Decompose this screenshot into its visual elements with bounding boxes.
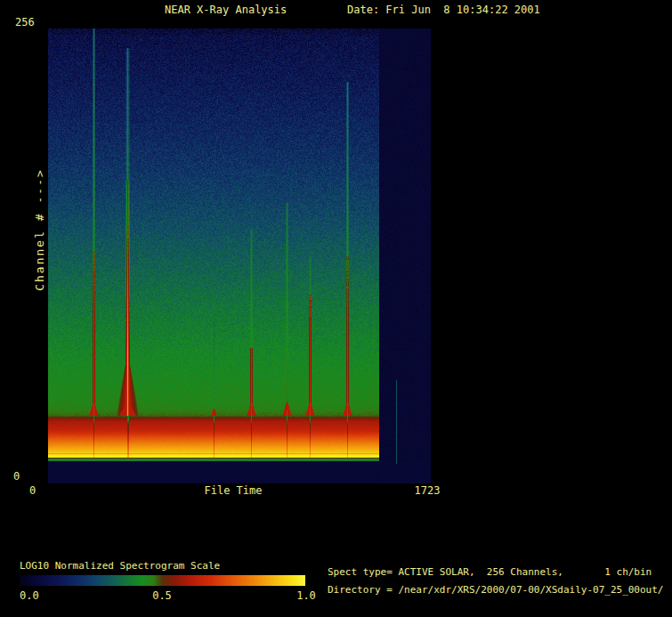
colorbar-gradient — [20, 575, 305, 586]
near-xray-analysis-window: NEAR X-Ray Analysis Date: Fri Jun 8 10:3… — [0, 0, 672, 617]
colorbar-tick-max: 1.0 — [296, 590, 316, 602]
x-axis-max-label: 1723 — [415, 485, 441, 497]
plot-date: Date: Fri Jun 8 10:34:22 2001 — [347, 4, 540, 16]
colorbar-tick-min: 0.0 — [20, 590, 39, 602]
y-axis-min-label: 0 — [13, 471, 20, 483]
directory-line: Directory = /near/xdr/XRS/2000/07-00/XSd… — [328, 585, 664, 596]
plot-title: NEAR X-Ray Analysis — [165, 4, 287, 16]
spectrogram-plot — [48, 28, 431, 483]
colorbar-tick-mid: 0.5 — [152, 590, 172, 602]
x-axis-min-label: 0 — [29, 485, 36, 497]
x-axis-title: File Time — [204, 485, 262, 497]
colorbar-title: LOG10 Normalized Spectrogram Scale — [20, 561, 220, 572]
y-axis-max-label: 256 — [15, 17, 35, 28]
spect-type-line: Spect type= ACTIVE SOLAR, 256 Channels, … — [328, 567, 652, 578]
y-axis-title: Channel # ---> — [33, 168, 46, 291]
